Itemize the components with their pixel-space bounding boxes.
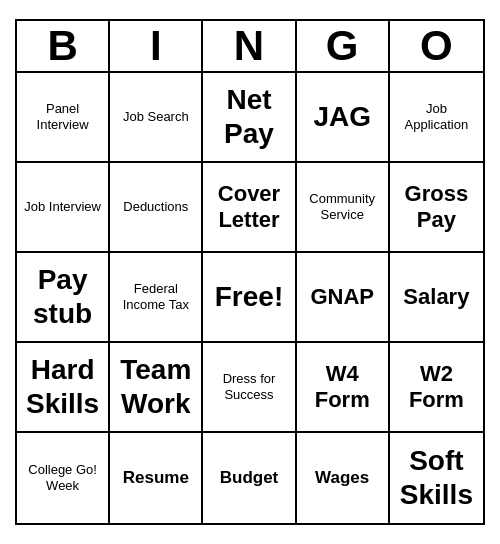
bingo-cell: Budget: [203, 433, 296, 523]
cell-text: W4 Form: [301, 361, 384, 414]
bingo-cell: Job Search: [110, 73, 203, 163]
header-letter: B: [17, 21, 110, 71]
bingo-cell: College Go! Week: [17, 433, 110, 523]
bingo-cell: JAG: [297, 73, 390, 163]
cell-text: Salary: [403, 284, 469, 310]
cell-text: Community Service: [301, 191, 384, 222]
cell-text: Federal Income Tax: [114, 281, 197, 312]
bingo-cell: Cover Letter: [203, 163, 296, 253]
bingo-header: BINGO: [17, 21, 483, 73]
cell-text: Dress for Success: [207, 371, 290, 402]
cell-text: Budget: [220, 468, 279, 488]
bingo-cell: Net Pay: [203, 73, 296, 163]
bingo-cell: Resume: [110, 433, 203, 523]
bingo-cell: Job Application: [390, 73, 483, 163]
cell-text: GNAP: [310, 284, 374, 310]
cell-text: Wages: [315, 468, 369, 488]
cell-text: Job Application: [394, 101, 479, 132]
bingo-cell: Gross Pay: [390, 163, 483, 253]
cell-text: Soft Skills: [394, 444, 479, 511]
cell-text: Resume: [123, 468, 189, 488]
bingo-cell: Panel Interview: [17, 73, 110, 163]
bingo-cell: Job Interview: [17, 163, 110, 253]
bingo-cell: Wages: [297, 433, 390, 523]
bingo-cell: W4 Form: [297, 343, 390, 433]
cell-text: Cover Letter: [207, 181, 290, 234]
cell-text: Free!: [215, 280, 283, 314]
bingo-cell: Soft Skills: [390, 433, 483, 523]
cell-text: Pay stub: [21, 263, 104, 330]
bingo-card: BINGO Panel InterviewJob SearchNet PayJA…: [15, 19, 485, 525]
bingo-cell: W2 Form: [390, 343, 483, 433]
cell-text: Panel Interview: [21, 101, 104, 132]
header-letter: I: [110, 21, 203, 71]
cell-text: Team Work: [114, 353, 197, 420]
cell-text: College Go! Week: [21, 462, 104, 493]
cell-text: JAG: [313, 100, 371, 134]
cell-text: Job Search: [123, 109, 189, 125]
bingo-cell: Pay stub: [17, 253, 110, 343]
bingo-cell: Community Service: [297, 163, 390, 253]
cell-text: Net Pay: [207, 83, 290, 150]
bingo-cell: Team Work: [110, 343, 203, 433]
bingo-cell: Dress for Success: [203, 343, 296, 433]
cell-text: Job Interview: [24, 199, 101, 215]
cell-text: Gross Pay: [394, 181, 479, 234]
bingo-cell: Hard Skills: [17, 343, 110, 433]
bingo-cell: Salary: [390, 253, 483, 343]
header-letter: G: [297, 21, 390, 71]
cell-text: Hard Skills: [21, 353, 104, 420]
bingo-cell: Deductions: [110, 163, 203, 253]
cell-text: Deductions: [123, 199, 188, 215]
header-letter: O: [390, 21, 483, 71]
cell-text: W2 Form: [394, 361, 479, 414]
bingo-grid: Panel InterviewJob SearchNet PayJAGJob A…: [17, 73, 483, 523]
bingo-cell: Federal Income Tax: [110, 253, 203, 343]
bingo-cell: Free!: [203, 253, 296, 343]
bingo-cell: GNAP: [297, 253, 390, 343]
header-letter: N: [203, 21, 296, 71]
